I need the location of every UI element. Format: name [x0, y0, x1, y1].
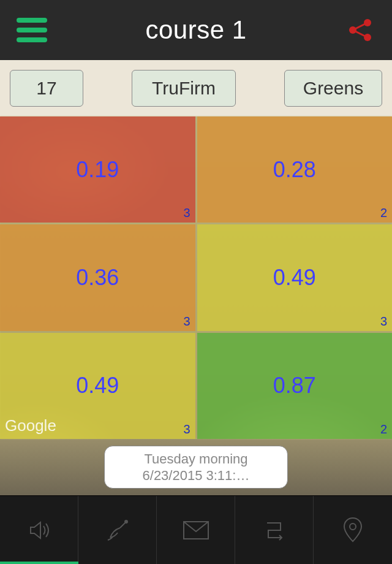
- grid-cell[interactable]: 0.872: [197, 333, 393, 439]
- filter-metric-button[interactable]: TruFirm: [132, 70, 236, 107]
- pin-icon: [342, 516, 364, 545]
- heatmap-grid: 0.193 0.282 0.363 0.493 0.493 0.872 Goog…: [0, 116, 392, 439]
- cell-count: 2: [380, 206, 387, 220]
- cell-value: 0.19: [76, 157, 119, 183]
- satellite-icon: [104, 517, 131, 544]
- cell-value: 0.49: [273, 265, 316, 291]
- hamburger-icon: [17, 18, 47, 42]
- date-line2: 6/23/2015 3:11:…: [143, 467, 250, 484]
- filter-hole-button[interactable]: 17: [10, 70, 83, 107]
- tab-mail[interactable]: [157, 496, 235, 564]
- grid-cell[interactable]: 0.493: [0, 333, 195, 439]
- svg-line-4: [355, 31, 365, 36]
- cell-value: 0.36: [76, 265, 119, 291]
- share-icon: [347, 17, 374, 44]
- grid-cell[interactable]: 0.363: [0, 224, 195, 330]
- grid-cell[interactable]: 0.193: [0, 116, 195, 223]
- share-button[interactable]: [343, 13, 377, 47]
- date-strip: Tuesday morning 6/23/2015 3:11:…: [0, 439, 392, 495]
- page-title: course 1: [145, 15, 246, 45]
- filter-surface-button[interactable]: Greens: [284, 70, 382, 107]
- cell-count: 2: [380, 422, 387, 436]
- date-selector-button[interactable]: Tuesday morning 6/23/2015 3:11:…: [104, 446, 288, 489]
- tab-location[interactable]: [314, 496, 392, 564]
- speaker-icon: [26, 517, 53, 544]
- tab-route[interactable]: [235, 496, 314, 564]
- svg-point-5: [125, 520, 127, 523]
- cell-count: 3: [183, 206, 190, 220]
- svg-point-0: [349, 26, 356, 34]
- cell-count: 3: [380, 314, 387, 329]
- tab-bar: [0, 495, 392, 564]
- date-line1: Tuesday morning: [144, 451, 247, 468]
- svg-point-2: [364, 34, 371, 41]
- svg-point-1: [364, 19, 371, 26]
- tab-satellite[interactable]: [78, 496, 157, 564]
- tab-sound[interactable]: [0, 496, 78, 564]
- tab-indicator: [0, 562, 78, 564]
- svg-line-3: [355, 24, 365, 29]
- filter-bar: 17 TruFirm Greens: [0, 60, 392, 116]
- menu-button[interactable]: [15, 13, 49, 47]
- grid-cell[interactable]: 0.282: [197, 116, 393, 223]
- cell-value: 0.49: [76, 373, 119, 398]
- cell-value: 0.28: [273, 157, 316, 183]
- mail-icon: [181, 519, 211, 541]
- cell-count: 3: [183, 422, 190, 436]
- app-header: course 1: [0, 0, 392, 60]
- svg-point-7: [350, 524, 356, 530]
- grid-cell[interactable]: 0.493: [197, 224, 393, 330]
- cell-value: 0.87: [273, 373, 316, 398]
- route-icon: [261, 517, 288, 544]
- cell-count: 3: [183, 314, 190, 329]
